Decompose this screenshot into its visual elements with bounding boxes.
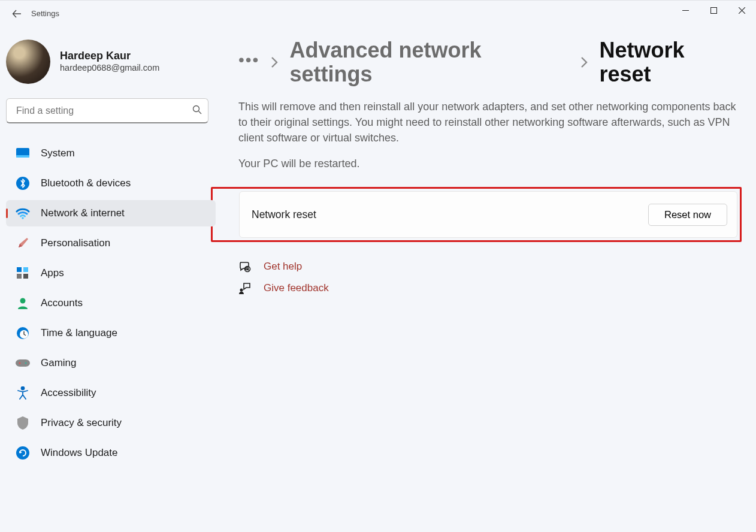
sidebar-item-label: Accounts <box>41 297 83 309</box>
nav: System Bluetooth & devices Network & int… <box>6 140 216 466</box>
give-feedback-link[interactable]: Give feedback <box>264 282 329 294</box>
sidebar-item-label: Accessibility <box>41 387 96 399</box>
apps-icon <box>14 266 31 280</box>
sidebar-item-label: Gaming <box>41 357 77 369</box>
svg-rect-6 <box>17 267 22 272</box>
sidebar-item-accounts[interactable]: Accounts <box>6 290 216 316</box>
person-icon <box>14 296 31 310</box>
clock-globe-icon <box>14 326 31 340</box>
accessibility-icon <box>14 386 31 400</box>
window-controls <box>672 1 756 26</box>
svg-point-14 <box>19 362 21 364</box>
system-icon <box>14 146 31 161</box>
sidebar-item-label: Privacy & security <box>41 417 122 429</box>
gaming-icon <box>14 356 31 370</box>
svg-point-16 <box>22 387 25 390</box>
paintbrush-icon <box>14 236 31 250</box>
sidebar-item-apps[interactable]: Apps <box>6 260 216 286</box>
give-feedback-row: Give feedback <box>238 282 742 295</box>
search-icon <box>192 105 202 117</box>
shield-icon <box>14 416 31 430</box>
svg-rect-8 <box>17 274 22 279</box>
svg-rect-3 <box>16 155 29 158</box>
profile-name: Hardeep Kaur <box>60 50 159 63</box>
svg-point-15 <box>25 362 27 364</box>
restart-note-text: Your PC will be restarted. <box>238 158 742 170</box>
svg-rect-9 <box>23 274 28 279</box>
breadcrumb: ••• Advanced network settings Network re… <box>238 38 742 86</box>
avatar <box>6 40 50 84</box>
sidebar-item-accessibility[interactable]: Accessibility <box>6 380 216 406</box>
sidebar-item-label: Network & internet <box>41 207 125 219</box>
sidebar-item-system[interactable]: System <box>6 140 216 167</box>
help-icon <box>238 260 252 273</box>
svg-rect-0 <box>711 7 717 13</box>
back-button[interactable] <box>5 2 29 26</box>
maximize-button[interactable] <box>700 1 728 20</box>
sidebar-item-label: Apps <box>41 267 64 279</box>
search-box[interactable] <box>6 98 208 123</box>
sidebar-item-time-language[interactable]: Time & language <box>6 320 216 346</box>
profile-email: hardeep0688@gmail.com <box>60 62 159 74</box>
svg-rect-13 <box>16 359 30 367</box>
svg-rect-7 <box>23 267 28 272</box>
sidebar-item-label: Windows Update <box>41 447 118 459</box>
sidebar: Hardeep Kaur hardeep0688@gmail.com Syste… <box>0 26 216 532</box>
wifi-icon <box>14 206 31 220</box>
network-reset-card: Network reset Reset now <box>239 191 737 238</box>
chevron-right-icon <box>580 56 588 69</box>
update-icon <box>14 446 31 460</box>
breadcrumb-parent-link[interactable]: Advanced network settings <box>289 38 569 86</box>
svg-point-1 <box>193 105 199 111</box>
bluetooth-icon <box>14 176 31 191</box>
sidebar-item-label: Time & language <box>41 327 117 339</box>
sidebar-item-gaming[interactable]: Gaming <box>6 350 216 376</box>
svg-point-5 <box>22 217 24 219</box>
app-title: Settings <box>29 9 59 18</box>
main-content: ••• Advanced network settings Network re… <box>216 26 756 532</box>
breadcrumb-current: Network reset <box>599 38 742 86</box>
sidebar-item-personalisation[interactable]: Personalisation <box>6 230 216 256</box>
sidebar-item-label: Bluetooth & devices <box>41 177 131 189</box>
sidebar-item-label: System <box>41 147 75 159</box>
breadcrumb-more-button[interactable]: ••• <box>238 51 259 73</box>
highlighted-area: Network reset Reset now <box>211 187 742 242</box>
search-input[interactable] <box>15 105 192 117</box>
title-bar: Settings <box>0 0 756 26</box>
minimize-button[interactable] <box>672 1 700 20</box>
card-label: Network reset <box>252 208 316 221</box>
description-text: This will remove and then reinstall all … <box>238 99 742 146</box>
svg-point-20 <box>240 289 243 292</box>
sidebar-item-windows-update[interactable]: Windows Update <box>6 440 216 466</box>
get-help-link[interactable]: Get help <box>264 261 302 273</box>
profile-block[interactable]: Hardeep Kaur hardeep0688@gmail.com <box>6 40 216 98</box>
reset-now-button[interactable]: Reset now <box>648 204 727 226</box>
sidebar-item-bluetooth[interactable]: Bluetooth & devices <box>6 170 216 197</box>
sidebar-item-privacy[interactable]: Privacy & security <box>6 410 216 436</box>
sidebar-item-label: Personalisation <box>41 237 110 249</box>
svg-point-17 <box>16 446 29 460</box>
svg-point-10 <box>20 298 26 304</box>
close-button[interactable] <box>728 1 756 20</box>
chevron-right-icon <box>270 56 279 69</box>
sidebar-item-network[interactable]: Network & internet <box>6 200 216 226</box>
feedback-icon <box>238 282 252 295</box>
get-help-row: Get help <box>238 260 742 273</box>
